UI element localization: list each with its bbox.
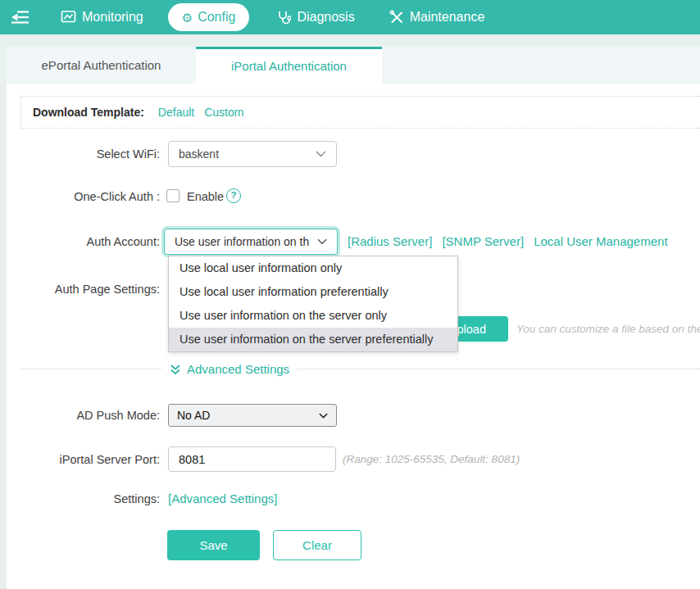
settings-label: Settings:	[7, 492, 160, 505]
top-navbar: Monitoring ⚙ Config Diagnosis Maintenanc…	[0, 0, 700, 34]
save-button[interactable]: Save	[167, 530, 260, 560]
collapse-menu-glyph	[11, 8, 30, 26]
monitoring-icon	[61, 10, 76, 25]
auth-account-label: Auth Account:	[7, 235, 160, 248]
iportal-server-port-input[interactable]	[168, 446, 336, 472]
auth-account-option-list: Use local user information only Use loca…	[168, 256, 458, 352]
template-default-link[interactable]: Default	[158, 106, 194, 119]
one-click-auth-label: One-Click Auth :	[7, 190, 160, 203]
advanced-settings-toggle-label: Advanced Settings	[187, 362, 289, 376]
radius-server-link[interactable]: [Radius Server]	[348, 234, 432, 248]
diagnosis-icon	[276, 10, 291, 25]
help-icon[interactable]: ?	[226, 188, 241, 203]
option-local-preferentially[interactable]: Use local user information preferentiall…	[169, 280, 457, 304]
select-wifi-dropdown[interactable]: baskent	[168, 141, 337, 167]
advanced-settings-divider	[20, 369, 700, 369]
settings-row: Settings: [Advanced Settings]	[7, 492, 700, 508]
tab-strip: ePortal Authentication iPortal Authentic…	[7, 47, 700, 84]
option-local-only[interactable]: Use local user information only	[169, 256, 457, 280]
nav-item-config[interactable]: ⚙ Config	[168, 3, 250, 31]
one-click-auth-row: One-Click Auth : Enable ?	[7, 188, 700, 205]
select-wifi-row: Select WiFi: baskent	[7, 141, 700, 167]
ad-push-mode-label: AD Push Mode:	[7, 409, 160, 422]
ad-push-mode-select[interactable]: No AD	[168, 404, 337, 427]
chevron-down-icon	[319, 413, 328, 419]
enable-label: Enable	[187, 190, 224, 203]
auth-page-settings-label: Auth Page Settings:	[7, 283, 160, 296]
download-template-bar: Download Template: Default Custom	[20, 96, 700, 129]
local-user-management-link[interactable]: Local User Management	[534, 234, 667, 248]
port-range-hint: (Range: 1025-65535, Default: 8081)	[343, 446, 520, 472]
enable-checkbox[interactable]	[166, 189, 180, 202]
iportal-server-port-row: iPortal Server Port: (Range: 1025-65535,…	[7, 446, 700, 472]
option-server-only[interactable]: Use user information on the server only	[169, 304, 457, 328]
double-chevron-down-icon	[170, 364, 181, 375]
nav-item-label: Maintenance	[410, 10, 485, 25]
nav-item-maintenance[interactable]: Maintenance	[389, 10, 485, 25]
download-template-label: Download Template:	[33, 106, 144, 119]
nav-item-diagnosis[interactable]: Diagnosis	[276, 10, 354, 25]
auth-account-value: Use user information on th	[175, 235, 309, 248]
ad-push-mode-row: AD Push Mode: No AD	[7, 404, 700, 427]
clear-button[interactable]: Clear	[273, 530, 361, 560]
option-server-preferentially[interactable]: Use user information on the server prefe…	[169, 328, 457, 351]
gear-icon: ⚙	[182, 11, 193, 24]
nav-item-label: Monitoring	[82, 10, 143, 25]
auth-account-dropdown[interactable]: Use user information on th	[164, 229, 338, 255]
tab-iportal-authentication[interactable]: iPortal Authentication	[196, 47, 382, 84]
advanced-settings-toggle[interactable]: Advanced Settings	[161, 360, 298, 378]
tab-eportal-authentication[interactable]: ePortal Authentication	[7, 47, 196, 84]
chevron-down-icon	[316, 151, 326, 157]
chevron-down-icon	[317, 238, 327, 245]
advanced-settings-link[interactable]: [Advanced Settings]	[168, 492, 277, 505]
auth-account-links: [Radius Server] [SNMP Server] Local User…	[348, 234, 668, 248]
action-buttons-row: Save Clear	[7, 530, 700, 560]
snmp-server-link[interactable]: [SNMP Server]	[442, 234, 524, 248]
auth-account-row: Auth Account: Use user information on th…	[7, 229, 700, 255]
nav-item-monitoring[interactable]: Monitoring	[61, 10, 143, 25]
template-custom-link[interactable]: Custom	[204, 106, 243, 119]
upload-hint-text: You can customize a file based on the de…	[516, 316, 700, 342]
nav-item-label: Diagnosis	[297, 10, 354, 25]
select-wifi-value: baskent	[179, 147, 219, 161]
ad-push-mode-value: No AD	[177, 409, 210, 422]
collapse-menu-icon[interactable]	[10, 7, 30, 27]
select-wifi-label: Select WiFi:	[7, 147, 160, 161]
maintenance-icon	[389, 10, 404, 25]
content-card: Download Template: Default Custom Select…	[7, 84, 700, 589]
nav-item-label: Config	[198, 10, 235, 25]
iportal-server-port-label: iPortal Server Port:	[7, 453, 160, 466]
